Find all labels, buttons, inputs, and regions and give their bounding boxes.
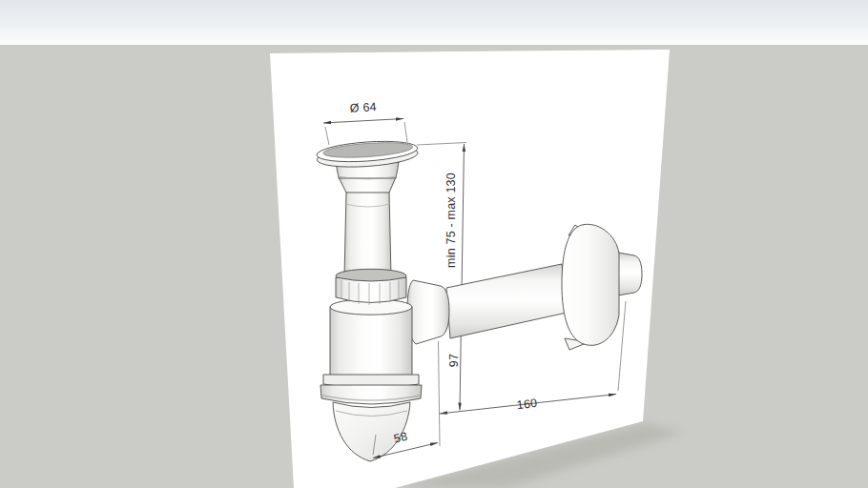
sky-background [0, 0, 868, 46]
label-wall-length: 160 [516, 396, 538, 412]
outlet-cone-nut [407, 280, 449, 344]
label-trap-height: 97 [447, 354, 461, 367]
3d-viewport[interactable]: Ø 64 min 75 - max 130 97 160 58 [0, 0, 868, 488]
tailpipe [336, 162, 399, 277]
label-diameter: Ø 64 [349, 100, 377, 115]
label-adjustable-height: min 75 - max 130 [444, 173, 458, 268]
trap-body [330, 299, 412, 376]
wall-stub-pipe [618, 253, 642, 295]
cup-coupling-rings [320, 375, 422, 404]
knurled-nut [336, 269, 406, 305]
scene-canvas: Ø 64 min 75 - max 130 97 160 58 [0, 0, 868, 488]
wall-rosette [562, 224, 619, 345]
